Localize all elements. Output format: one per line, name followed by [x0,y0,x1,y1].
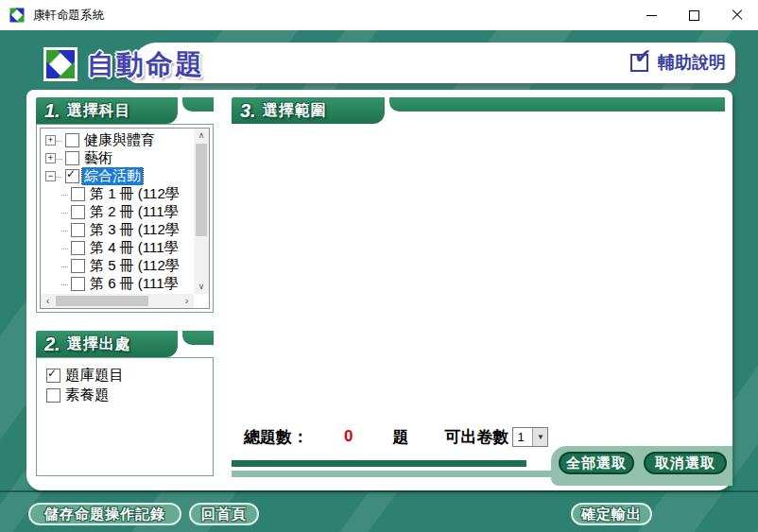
save-log-button[interactable]: 儲存命題操作記錄 [28,503,181,525]
tree-item-checkbox[interactable] [71,205,85,219]
tree-item-label[interactable]: 第 3 冊 (112學 [88,221,181,239]
minimize-icon [646,15,657,16]
help-button[interactable]: ✔ 輔助說明 [630,51,726,74]
tree-item-label[interactable]: 第 1 冊 (112學 [88,185,181,203]
tree-item-checkbox[interactable] [65,133,79,147]
scroll-up-icon[interactable]: ∧ [194,129,209,143]
paper-count-value: 1 [513,428,532,446]
footer-divider [0,490,758,492]
expand-toggle-icon[interactable]: + [45,153,56,163]
panel1-header: 1. 選擇科目 [36,97,214,124]
page-title: 自動命題 [87,46,204,84]
panel3-header-tab [389,97,725,112]
tree-item-label[interactable]: 健康與體育 [82,131,157,149]
tree-item-checkbox[interactable]: ✓ [65,169,79,183]
tree-connector [61,230,68,232]
source-option-label: 素養題 [65,386,110,405]
tree-item-checkbox[interactable] [71,223,85,237]
tree-item-checkbox[interactable] [65,151,79,165]
tree-item-checkbox[interactable] [71,277,85,291]
total-questions-value: 0 [344,427,353,446]
tree-item[interactable]: 第 5 冊 (112學 [42,257,194,275]
window-title: 康軒命題系統 [33,8,104,24]
expand-toggle-icon[interactable]: + [45,135,56,146]
panel2-title: 選擇出處 [67,335,131,354]
accent-bar-dark [232,460,526,467]
tree-item[interactable]: − ✓ 綜合活動 [42,167,194,185]
tree-connector [56,140,62,142]
tree-connector [56,176,62,178]
source-option[interactable]: ✓ 題庫題目 [46,366,213,386]
source-option-checkbox[interactable] [46,388,60,403]
deselect-button[interactable]: 取消選取 [644,452,727,474]
panel1-number: 1. [44,100,60,122]
tree-connector [61,194,68,196]
panel2-header-tab [182,331,214,345]
help-button-label: 輔助說明 [658,51,726,74]
stats-row: 總題數： 0 題 可出卷數 1 ▼ [244,425,548,448]
tree-horizontal-scrollbar[interactable]: ‹ › [41,294,194,308]
selection-buttons-tab: 全部選取 取消選取 [551,446,732,486]
scroll-right-icon[interactable]: › [180,294,194,308]
tree-item-label[interactable]: 第 6 冊 (111學 [88,275,181,293]
close-icon [732,9,743,21]
tree-item-label[interactable]: 第 5 冊 (112學 [88,257,181,275]
subject-tree: + 健康與體育 + 藝術 − ✓ 綜合活動 第 1 冊 (112學 第 2 冊 … [40,128,210,309]
tree-item-label[interactable]: 藝術 [82,149,114,167]
minimize-button[interactable] [630,0,673,30]
paper-count-label: 可出卷數 [444,426,508,448]
tree-connector [61,248,68,249]
tree-item[interactable]: 第 6 冊 (111學 [42,275,194,293]
source-option-label: 題庫題目 [65,366,124,386]
help-check-icon: ✔ [630,54,648,72]
tree-connector [61,283,68,285]
checkmark-icon: ✓ [47,368,57,380]
home-button[interactable]: 回首頁 [189,503,259,525]
scrollbar-corner [194,294,209,308]
panel2-header: 2. 選擇出處 [36,331,214,357]
tree-item[interactable]: 第 1 冊 (112學 [42,185,194,203]
close-button[interactable] [715,0,758,30]
kangxuan-logo-icon [9,7,26,24]
panel1-title: 選擇科目 [67,101,131,121]
checkmark-icon: ✓ [66,168,76,180]
expand-toggle-icon[interactable]: − [45,171,56,181]
kangxuan-logo [43,47,78,81]
panel2-number: 2. [44,334,60,355]
tree-item[interactable]: 第 3 冊 (112學 [42,221,194,239]
tree-item[interactable]: 第 2 冊 (111學 [42,203,194,221]
tree-item-checkbox[interactable] [71,187,85,201]
main-card: 1. 選擇科目 + 健康與體育 + 藝術 − ✓ 綜合活動 第 1 冊 (112… [26,90,732,490]
tree-item[interactable]: 第 4 冊 (111學 [42,239,194,257]
tree-vertical-scrollbar[interactable]: ∧ ∨ [194,129,209,294]
paper-count-select[interactable]: 1 ▼ [512,427,548,447]
maximize-button[interactable] [673,0,715,30]
dropdown-arrow-icon[interactable]: ▼ [532,428,547,446]
scroll-down-icon[interactable]: ∨ [194,280,209,294]
tree-item[interactable]: + 健康與體育 [42,131,194,149]
tree-item-checkbox[interactable] [71,259,85,273]
window-titlebar: 康軒命題系統 [0,0,758,30]
tree-item-checkbox[interactable] [71,241,85,255]
horizontal-scroll-thumb[interactable] [56,296,148,306]
select-all-button[interactable]: 全部選取 [559,452,634,474]
tree-item[interactable]: + 藝術 [42,149,194,167]
questions-unit-label: 題 [392,426,408,448]
tree-connector [56,158,62,160]
source-option[interactable]: 素養題 [46,386,213,405]
confirm-output-button[interactable]: 確定輸出 [571,503,652,525]
panel3-header: 3. 選擇範圍 [232,97,725,124]
panel3-number: 3. [240,100,256,122]
maximize-icon [689,10,699,21]
tree-item-label[interactable]: 第 4 冊 (111學 [88,239,181,257]
scroll-left-icon[interactable]: ‹ [41,294,55,308]
app-window: 康軒命題系統 自動命題 ✔ 輔助說明 [0,0,758,532]
tree-connector [61,266,68,267]
source-option-checkbox[interactable]: ✓ [46,369,60,383]
source-panel-body: ✓ 題庫題目 素養題 [36,357,214,476]
tree-item-label[interactable]: 綜合活動 [82,167,143,185]
vertical-scroll-thumb[interactable] [196,144,207,236]
total-questions-label: 總題數： [244,426,308,448]
subject-panel-body: + 健康與體育 + 藝術 − ✓ 綜合活動 第 1 冊 (112學 第 2 冊 … [36,124,214,313]
tree-item-label[interactable]: 第 2 冊 (111學 [88,203,181,221]
